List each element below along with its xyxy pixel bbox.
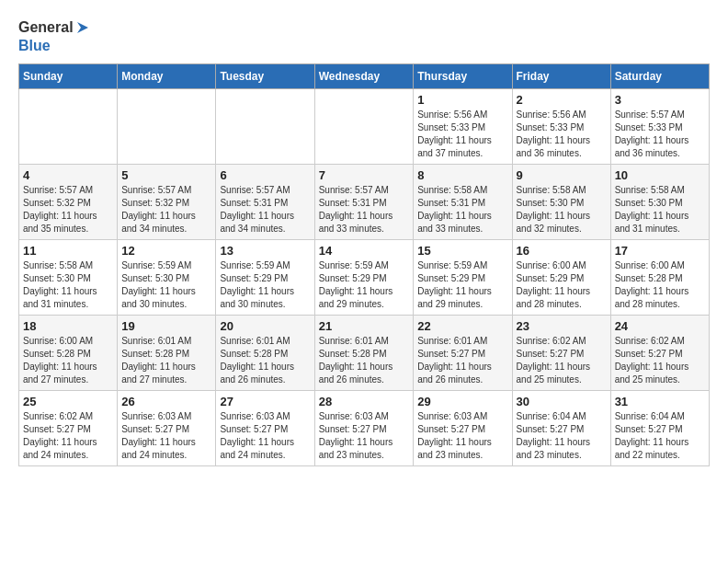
- calendar-cell-29: 29Sunrise: 6:03 AM Sunset: 5:27 PM Dayli…: [414, 391, 512, 466]
- calendar-header-sunday: Sunday: [19, 64, 118, 89]
- day-number: 13: [220, 244, 310, 258]
- day-info: Sunrise: 6:00 AM Sunset: 5:28 PM Dayligh…: [615, 259, 705, 311]
- logo-graphic: General Blue: [18, 18, 92, 54]
- calendar-cell-17: 17Sunrise: 6:00 AM Sunset: 5:28 PM Dayli…: [610, 240, 709, 316]
- day-info: Sunrise: 5:57 AM Sunset: 5:31 PM Dayligh…: [319, 184, 410, 236]
- calendar-header-tuesday: Tuesday: [216, 64, 314, 89]
- calendar-header-monday: Monday: [118, 64, 216, 89]
- day-number: 5: [121, 168, 211, 182]
- day-number: 19: [121, 319, 211, 333]
- day-info: Sunrise: 6:03 AM Sunset: 5:27 PM Dayligh…: [417, 410, 507, 462]
- day-info: Sunrise: 6:00 AM Sunset: 5:29 PM Dayligh…: [517, 259, 607, 311]
- calendar-cell-15: 15Sunrise: 5:59 AM Sunset: 5:29 PM Dayli…: [414, 240, 512, 316]
- calendar-week-1: 1Sunrise: 5:56 AM Sunset: 5:33 PM Daylig…: [19, 89, 710, 165]
- logo-general-text: General: [18, 18, 74, 36]
- day-info: Sunrise: 5:57 AM Sunset: 5:33 PM Dayligh…: [615, 109, 705, 160]
- calendar-header-row: SundayMondayTuesdayWednesdayThursdayFrid…: [19, 64, 710, 89]
- calendar-cell-9: 9Sunrise: 5:58 AM Sunset: 5:30 PM Daylig…: [512, 165, 610, 240]
- calendar-cell-13: 13Sunrise: 5:59 AM Sunset: 5:29 PM Dayli…: [216, 240, 314, 316]
- day-number: 9: [517, 168, 607, 182]
- calendar-cell-24: 24Sunrise: 6:02 AM Sunset: 5:27 PM Dayli…: [610, 316, 709, 391]
- calendar-cell-14: 14Sunrise: 5:59 AM Sunset: 5:29 PM Dayli…: [314, 240, 414, 316]
- day-number: 29: [417, 395, 507, 408]
- logo-blue-text: Blue: [18, 37, 92, 54]
- calendar-cell-8: 8Sunrise: 5:58 AM Sunset: 5:31 PM Daylig…: [414, 165, 512, 240]
- day-info: Sunrise: 5:59 AM Sunset: 5:29 PM Dayligh…: [319, 259, 410, 311]
- day-number: 2: [517, 93, 607, 107]
- day-info: Sunrise: 6:02 AM Sunset: 5:27 PM Dayligh…: [517, 335, 607, 386]
- day-number: 11: [23, 244, 113, 258]
- calendar-table: SundayMondayTuesdayWednesdayThursdayFrid…: [18, 63, 710, 466]
- logo-arrow-icon: [74, 18, 92, 37]
- calendar-cell-1: 1Sunrise: 5:56 AM Sunset: 5:33 PM Daylig…: [414, 89, 512, 165]
- day-number: 20: [220, 319, 310, 333]
- calendar-cell-10: 10Sunrise: 5:58 AM Sunset: 5:30 PM Dayli…: [610, 165, 709, 240]
- calendar-cell-4: 4Sunrise: 5:57 AM Sunset: 5:32 PM Daylig…: [19, 165, 118, 240]
- day-number: 6: [220, 168, 310, 182]
- calendar-week-3: 11Sunrise: 5:58 AM Sunset: 5:30 PM Dayli…: [19, 240, 710, 316]
- day-info: Sunrise: 5:59 AM Sunset: 5:30 PM Dayligh…: [121, 259, 211, 311]
- calendar-cell-12: 12Sunrise: 5:59 AM Sunset: 5:30 PM Dayli…: [118, 240, 216, 316]
- day-number: 21: [319, 319, 410, 333]
- day-info: Sunrise: 5:59 AM Sunset: 5:29 PM Dayligh…: [220, 259, 310, 311]
- day-info: Sunrise: 6:02 AM Sunset: 5:27 PM Dayligh…: [23, 410, 113, 462]
- calendar-cell-23: 23Sunrise: 6:02 AM Sunset: 5:27 PM Dayli…: [512, 316, 610, 391]
- day-info: Sunrise: 6:00 AM Sunset: 5:28 PM Dayligh…: [23, 335, 113, 386]
- calendar-cell-30: 30Sunrise: 6:04 AM Sunset: 5:27 PM Dayli…: [512, 391, 610, 466]
- day-info: Sunrise: 5:58 AM Sunset: 5:30 PM Dayligh…: [23, 259, 113, 311]
- day-info: Sunrise: 6:03 AM Sunset: 5:27 PM Dayligh…: [220, 410, 310, 462]
- calendar-cell-21: 21Sunrise: 6:01 AM Sunset: 5:28 PM Dayli…: [314, 316, 414, 391]
- day-number: 28: [319, 395, 410, 408]
- day-number: 16: [517, 244, 607, 258]
- day-number: 25: [23, 395, 113, 408]
- calendar-cell-11: 11Sunrise: 5:58 AM Sunset: 5:30 PM Dayli…: [19, 240, 118, 316]
- day-info: Sunrise: 6:01 AM Sunset: 5:28 PM Dayligh…: [121, 335, 211, 386]
- calendar-header-saturday: Saturday: [610, 64, 709, 89]
- day-number: 12: [121, 244, 211, 258]
- calendar-header-friday: Friday: [512, 64, 610, 89]
- calendar-cell-27: 27Sunrise: 6:03 AM Sunset: 5:27 PM Dayli…: [216, 391, 314, 466]
- calendar-week-5: 25Sunrise: 6:02 AM Sunset: 5:27 PM Dayli…: [19, 391, 710, 466]
- calendar-cell-6: 6Sunrise: 5:57 AM Sunset: 5:31 PM Daylig…: [216, 165, 314, 240]
- day-number: 26: [121, 395, 211, 408]
- day-info: Sunrise: 5:57 AM Sunset: 5:31 PM Dayligh…: [220, 184, 310, 236]
- day-number: 23: [517, 319, 607, 333]
- day-info: Sunrise: 5:57 AM Sunset: 5:32 PM Dayligh…: [23, 184, 113, 236]
- day-number: 1: [417, 93, 507, 107]
- calendar-cell-5: 5Sunrise: 5:57 AM Sunset: 5:32 PM Daylig…: [118, 165, 216, 240]
- calendar-cell-19: 19Sunrise: 6:01 AM Sunset: 5:28 PM Dayli…: [118, 316, 216, 391]
- day-info: Sunrise: 5:56 AM Sunset: 5:33 PM Dayligh…: [417, 109, 507, 160]
- header: General Blue: [18, 18, 710, 54]
- logo: General Blue: [18, 18, 92, 54]
- day-info: Sunrise: 6:01 AM Sunset: 5:27 PM Dayligh…: [417, 335, 507, 386]
- day-number: 24: [615, 319, 705, 333]
- day-number: 10: [615, 168, 705, 182]
- day-number: 14: [319, 244, 410, 258]
- day-info: Sunrise: 6:03 AM Sunset: 5:27 PM Dayligh…: [319, 410, 410, 462]
- day-number: 8: [417, 168, 507, 182]
- day-info: Sunrise: 6:04 AM Sunset: 5:27 PM Dayligh…: [517, 410, 607, 462]
- calendar-cell-7: 7Sunrise: 5:57 AM Sunset: 5:31 PM Daylig…: [314, 165, 414, 240]
- day-info: Sunrise: 5:59 AM Sunset: 5:29 PM Dayligh…: [417, 259, 507, 311]
- calendar-cell-empty-3: [314, 89, 414, 165]
- day-number: 18: [23, 319, 113, 333]
- calendar-cell-empty-1: [118, 89, 216, 165]
- day-info: Sunrise: 6:03 AM Sunset: 5:27 PM Dayligh…: [121, 410, 211, 462]
- calendar-cell-empty-2: [216, 89, 314, 165]
- calendar-cell-2: 2Sunrise: 5:56 AM Sunset: 5:33 PM Daylig…: [512, 89, 610, 165]
- day-info: Sunrise: 6:01 AM Sunset: 5:28 PM Dayligh…: [220, 335, 310, 386]
- day-number: 4: [23, 168, 113, 182]
- calendar-cell-26: 26Sunrise: 6:03 AM Sunset: 5:27 PM Dayli…: [118, 391, 216, 466]
- calendar-header-thursday: Thursday: [414, 64, 512, 89]
- day-info: Sunrise: 5:58 AM Sunset: 5:31 PM Dayligh…: [417, 184, 507, 236]
- calendar-header-wednesday: Wednesday: [314, 64, 414, 89]
- day-number: 15: [417, 244, 507, 258]
- day-number: 31: [615, 395, 705, 408]
- day-number: 27: [220, 395, 310, 408]
- day-info: Sunrise: 5:58 AM Sunset: 5:30 PM Dayligh…: [517, 184, 607, 236]
- calendar-cell-empty-0: [19, 89, 118, 165]
- day-info: Sunrise: 5:56 AM Sunset: 5:33 PM Dayligh…: [517, 109, 607, 160]
- calendar-cell-28: 28Sunrise: 6:03 AM Sunset: 5:27 PM Dayli…: [314, 391, 414, 466]
- day-info: Sunrise: 6:01 AM Sunset: 5:28 PM Dayligh…: [319, 335, 410, 386]
- day-info: Sunrise: 5:57 AM Sunset: 5:32 PM Dayligh…: [121, 184, 211, 236]
